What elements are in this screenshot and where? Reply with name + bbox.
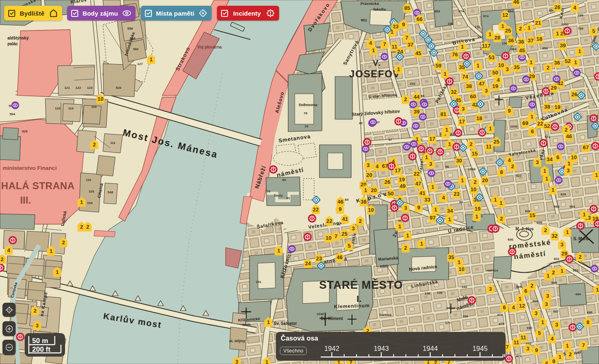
svg-text:2: 2 bbox=[578, 254, 581, 260]
svg-text:1: 1 bbox=[558, 354, 561, 360]
svg-text:1: 1 bbox=[566, 343, 569, 349]
svg-text:37: 37 bbox=[389, 138, 392, 141]
svg-text:119: 119 bbox=[68, 107, 74, 110]
svg-text:4: 4 bbox=[496, 77, 500, 83]
svg-text:3: 3 bbox=[429, 161, 432, 167]
svg-text:44: 44 bbox=[414, 94, 420, 100]
svg-text:96: 96 bbox=[337, 223, 340, 226]
svg-text:2: 2 bbox=[62, 239, 65, 246]
svg-text:fakulta: fakulta bbox=[373, 7, 386, 12]
svg-text:558: 558 bbox=[127, 27, 133, 30]
svg-text:6: 6 bbox=[556, 154, 559, 160]
svg-text:4: 4 bbox=[573, 5, 576, 11]
svg-text:59: 59 bbox=[436, 63, 441, 69]
svg-text:1: 1 bbox=[541, 319, 544, 325]
svg-text:2: 2 bbox=[469, 141, 472, 147]
svg-text:136: 136 bbox=[437, 291, 443, 294]
svg-text:554: 554 bbox=[569, 205, 575, 209]
svg-text:138: 138 bbox=[424, 292, 430, 295]
svg-text:46: 46 bbox=[566, 133, 572, 139]
svg-text:3: 3 bbox=[534, 310, 537, 316]
svg-text:81: 81 bbox=[287, 196, 290, 200]
svg-text:3: 3 bbox=[489, 286, 492, 292]
svg-text:47: 47 bbox=[415, 181, 421, 187]
svg-text:III.: III. bbox=[20, 195, 31, 206]
svg-text:50 m: 50 m bbox=[32, 337, 48, 345]
svg-text:2: 2 bbox=[33, 308, 36, 314]
svg-text:56: 56 bbox=[445, 165, 449, 169]
svg-text:20: 20 bbox=[366, 172, 372, 178]
svg-text:1: 1 bbox=[461, 177, 464, 183]
svg-text:1: 1 bbox=[372, 47, 375, 53]
svg-text:1: 1 bbox=[595, 172, 598, 178]
svg-text:Sv. Kliment: Sv. Kliment bbox=[321, 316, 343, 321]
svg-text:20: 20 bbox=[482, 177, 488, 183]
svg-text:8: 8 bbox=[500, 169, 503, 175]
svg-text:9: 9 bbox=[417, 204, 420, 211]
svg-text:1: 1 bbox=[448, 216, 451, 223]
svg-text:553: 553 bbox=[573, 269, 578, 272]
svg-text:90: 90 bbox=[459, 200, 463, 204]
svg-text:122: 122 bbox=[75, 86, 81, 90]
svg-text:11: 11 bbox=[486, 144, 492, 150]
svg-text:53: 53 bbox=[489, 54, 494, 60]
svg-text:2: 2 bbox=[530, 283, 533, 289]
svg-text:1943: 1943 bbox=[374, 345, 389, 352]
svg-text:17: 17 bbox=[459, 118, 465, 125]
svg-text:10: 10 bbox=[98, 96, 103, 102]
svg-text:929: 929 bbox=[560, 192, 566, 196]
svg-text:2: 2 bbox=[519, 26, 522, 32]
svg-text:1: 1 bbox=[551, 187, 554, 193]
svg-text:41: 41 bbox=[420, 190, 425, 196]
svg-text:1: 1 bbox=[149, 56, 152, 63]
svg-text:11: 11 bbox=[392, 44, 397, 50]
svg-text:1: 1 bbox=[425, 154, 428, 160]
svg-text:15: 15 bbox=[529, 212, 535, 218]
svg-text:1: 1 bbox=[596, 287, 599, 293]
svg-text:9: 9 bbox=[552, 358, 555, 364]
svg-text:3: 3 bbox=[546, 293, 549, 299]
svg-text:1: 1 bbox=[265, 359, 268, 364]
svg-text:12: 12 bbox=[502, 12, 508, 18]
svg-text:ministerstvo Financí: ministerstvo Financí bbox=[2, 165, 57, 171]
svg-text:197: 197 bbox=[477, 35, 483, 39]
svg-text:36: 36 bbox=[518, 39, 524, 45]
svg-text:22: 22 bbox=[326, 218, 332, 224]
svg-text:799: 799 bbox=[578, 27, 583, 30]
svg-text:545: 545 bbox=[551, 281, 557, 285]
svg-text:7: 7 bbox=[383, 41, 386, 47]
svg-text:3: 3 bbox=[560, 241, 563, 248]
svg-text:1945: 1945 bbox=[473, 345, 488, 352]
svg-text:104: 104 bbox=[87, 201, 93, 205]
svg-text:199: 199 bbox=[578, 14, 583, 17]
svg-text:525: 525 bbox=[22, 130, 28, 133]
svg-text:JOSEFOV: JOSEFOV bbox=[349, 68, 400, 79]
svg-text:25: 25 bbox=[342, 231, 347, 237]
svg-text:50: 50 bbox=[388, 190, 394, 197]
svg-text:3: 3 bbox=[461, 106, 464, 112]
svg-text:2: 2 bbox=[564, 127, 567, 133]
svg-text:60: 60 bbox=[470, 93, 476, 100]
svg-text:111: 111 bbox=[110, 141, 116, 145]
svg-text:594: 594 bbox=[9, 112, 15, 116]
svg-text:7: 7 bbox=[334, 233, 337, 239]
svg-text:47: 47 bbox=[479, 81, 485, 87]
svg-text:97: 97 bbox=[430, 215, 436, 221]
svg-text:10: 10 bbox=[471, 186, 476, 192]
svg-text:1: 1 bbox=[583, 211, 585, 218]
svg-text:22: 22 bbox=[414, 171, 420, 177]
svg-text:2: 2 bbox=[359, 218, 361, 224]
svg-text:974: 974 bbox=[458, 9, 464, 13]
svg-text:568: 568 bbox=[130, 37, 135, 40]
svg-text:30: 30 bbox=[456, 158, 462, 164]
svg-text:127: 127 bbox=[137, 62, 143, 66]
svg-text:52: 52 bbox=[565, 58, 571, 64]
svg-text:80: 80 bbox=[282, 178, 286, 182]
svg-text:974: 974 bbox=[483, 14, 489, 18]
svg-text:Sv. Salvator: Sv. Salvator bbox=[274, 321, 297, 326]
svg-text:2: 2 bbox=[473, 179, 476, 185]
svg-text:2: 2 bbox=[511, 163, 514, 169]
svg-text:121: 121 bbox=[64, 86, 70, 90]
svg-text:46: 46 bbox=[513, 0, 519, 5]
svg-text:883: 883 bbox=[434, 9, 440, 13]
